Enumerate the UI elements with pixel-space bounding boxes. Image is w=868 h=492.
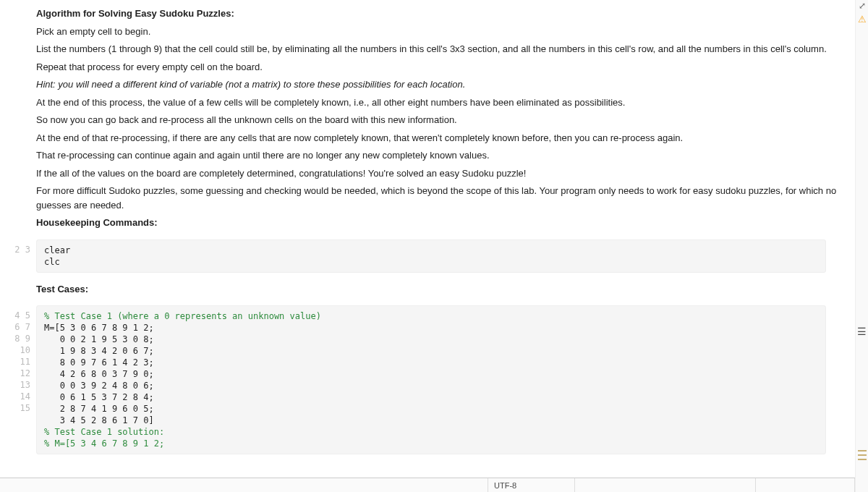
- warning-icon[interactable]: ⚠: [856, 13, 868, 25]
- housekeeping-heading: Housekeeping Commands:: [36, 216, 855, 230]
- instruction-paragraph: Repeat that process for every empty cell…: [36, 60, 855, 75]
- instruction-paragraph: If the all of the values on the board ar…: [36, 166, 855, 181]
- instruction-paragraph: Pick an empty cell to begin.: [36, 25, 855, 39]
- instruction-paragraph: At the end of that re-processing, if the…: [36, 131, 855, 145]
- line-gutter: 2 3: [7, 239, 35, 273]
- code-block-testcases[interactable]: 4 5 6 7 8 9 10 11 12 13 14 15 % Test Cas…: [36, 305, 826, 454]
- instruction-paragraph: That re-processing can continue again an…: [36, 148, 855, 163]
- expand-icon[interactable]: ⤢: [856, 0, 868, 12]
- testcases-heading: Test Cases:: [36, 282, 855, 297]
- algorithm-heading: Algorithm for Solving Easy Sudoku Puzzle…: [36, 7, 855, 21]
- instruction-paragraph: At the end of this process, the value of…: [36, 96, 855, 110]
- testcases-block: Test Cases:: [0, 276, 855, 303]
- document-content[interactable]: Algorithm for Solving Easy Sudoku Puzzle…: [0, 0, 855, 478]
- margin-mark: [858, 450, 867, 451]
- code-block-housekeeping[interactable]: 2 3 clear clc: [36, 239, 826, 273]
- line-gutter: 4 5 6 7 8 9 10 11 12 13 14 15: [7, 305, 35, 454]
- status-segment: [575, 478, 756, 492]
- right-margin-rail: ⤢ ⚠ ☰: [855, 0, 868, 492]
- instruction-paragraph: So now you can go back and re-process al…: [36, 113, 855, 127]
- instruction-paragraph: List the numbers (1 through 9) that the …: [36, 42, 855, 56]
- instruction-paragraph: For more difficult Sudoko puzzles, some …: [36, 184, 855, 212]
- code-content[interactable]: clear clc: [36, 239, 826, 273]
- margin-mark: [858, 459, 867, 460]
- status-spacer: [0, 478, 488, 492]
- instructions-block: Algorithm for Solving Easy Sudoku Puzzle…: [0, 0, 855, 237]
- instruction-hint: Hint: you will need a different kind of …: [36, 77, 855, 92]
- editor-main: Algorithm for Solving Easy Sudoku Puzzle…: [0, 0, 855, 492]
- status-spacer: [756, 478, 855, 492]
- encoding-label: UTF-8: [494, 481, 516, 490]
- margin-marks: [858, 447, 867, 463]
- status-encoding[interactable]: UTF-8: [488, 478, 575, 492]
- margin-mark: [858, 454, 867, 456]
- code-content[interactable]: % Test Case 1 (where a 0 represents an u…: [36, 305, 826, 454]
- status-bar: UTF-8: [0, 478, 855, 492]
- menu-icon[interactable]: ☰: [856, 326, 868, 337]
